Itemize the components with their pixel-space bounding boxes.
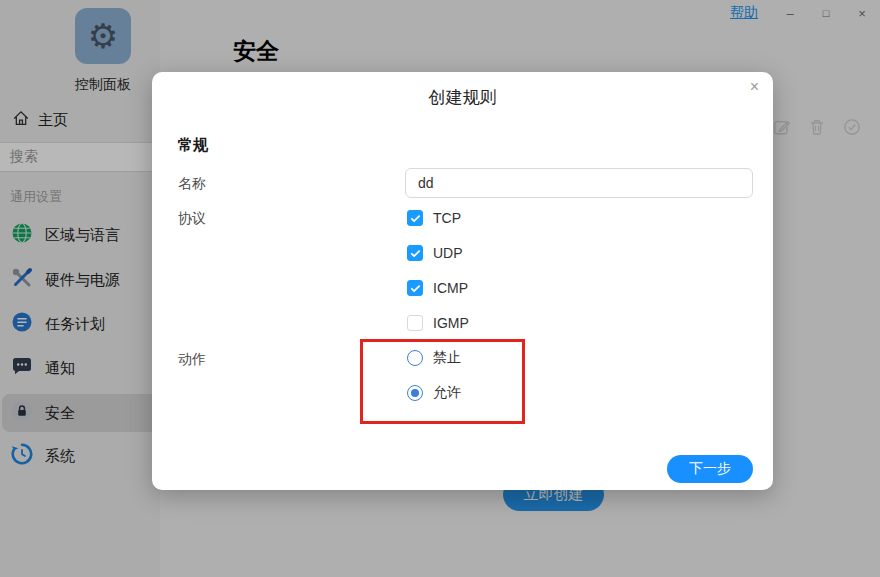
radio-deny[interactable]: [407, 350, 423, 366]
radio-label: 允许: [433, 384, 461, 402]
checkbox-label: TCP: [433, 210, 461, 226]
rule-name-input[interactable]: [405, 168, 753, 198]
radio-allow[interactable]: [407, 385, 423, 401]
action-option-deny[interactable]: 禁止: [407, 348, 461, 368]
section-general: 常规: [178, 136, 208, 155]
next-step-button[interactable]: 下一步: [667, 455, 753, 483]
checkbox-label: ICMP: [433, 280, 468, 296]
protocol-option-udp[interactable]: UDP: [407, 243, 463, 263]
checkbox-label: UDP: [433, 245, 463, 261]
protocol-option-igmp[interactable]: IGMP: [407, 313, 469, 333]
app-window: ⚙ 控制面板 主页 搜索 通用设置 区域与语言 硬件与电源: [0, 0, 880, 577]
action-option-allow[interactable]: 允许: [407, 383, 461, 403]
dialog-title: 创建规则: [152, 86, 773, 109]
checkbox-icmp[interactable]: [407, 280, 423, 296]
action-label: 动作: [178, 351, 206, 369]
checkbox-label: IGMP: [433, 315, 469, 331]
name-label: 名称: [178, 175, 206, 193]
create-rule-dialog: × 创建规则 常规 名称 协议 TCP UDP ICMP: [152, 72, 773, 490]
checkbox-igmp[interactable]: [407, 315, 423, 331]
radio-label: 禁止: [433, 349, 461, 367]
protocol-option-icmp[interactable]: ICMP: [407, 278, 468, 298]
protocol-option-tcp[interactable]: TCP: [407, 208, 461, 228]
checkbox-tcp[interactable]: [407, 210, 423, 226]
checkbox-udp[interactable]: [407, 245, 423, 261]
protocol-label: 协议: [178, 210, 206, 228]
